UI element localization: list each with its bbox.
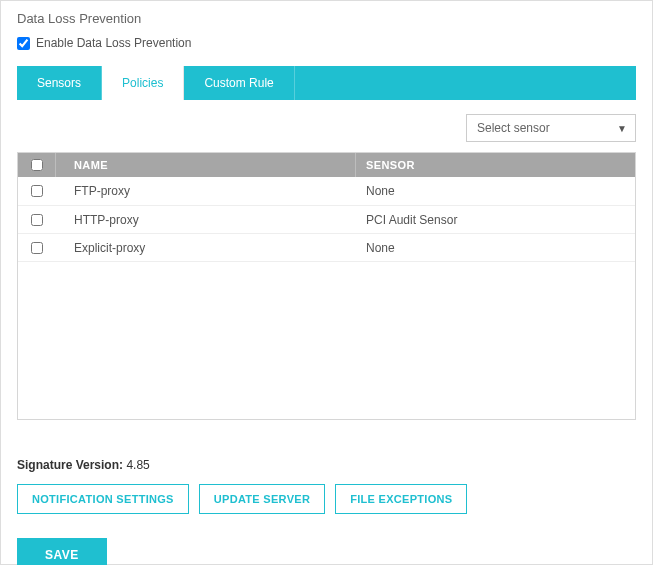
- select-all-checkbox[interactable]: [31, 159, 43, 171]
- table-row[interactable]: FTP-proxy None: [18, 177, 635, 205]
- header-checkbox-cell: [18, 153, 56, 177]
- table-empty-space: [18, 261, 635, 419]
- enable-dlp-label: Enable Data Loss Prevention: [36, 36, 191, 50]
- row-name: Explicit-proxy: [56, 241, 356, 255]
- page-title: Data Loss Prevention: [17, 11, 636, 26]
- header-sensor[interactable]: SENSOR: [356, 153, 635, 177]
- row-checkbox-cell: [18, 185, 56, 197]
- save-row: SAVE: [17, 538, 636, 565]
- table-row[interactable]: Explicit-proxy None: [18, 233, 635, 261]
- chevron-down-icon: ▼: [617, 123, 627, 134]
- save-button[interactable]: SAVE: [17, 538, 107, 565]
- row-name: FTP-proxy: [56, 184, 356, 198]
- row-checkbox[interactable]: [31, 185, 43, 197]
- row-checkbox[interactable]: [31, 242, 43, 254]
- file-exceptions-button[interactable]: FILE EXCEPTIONS: [335, 484, 467, 514]
- table-body: FTP-proxy None HTTP-proxy PCI Audit Sens…: [18, 177, 635, 419]
- row-sensor: None: [356, 241, 635, 255]
- enable-dlp-row: Enable Data Loss Prevention: [17, 36, 636, 50]
- signature-value: 4.85: [126, 458, 149, 472]
- header-name[interactable]: NAME: [56, 153, 356, 177]
- sensor-select[interactable]: Select sensor ▼: [466, 114, 636, 142]
- action-buttons-row: NOTIFICATION SETTINGS UPDATE SERVER FILE…: [17, 484, 636, 514]
- row-checkbox-cell: [18, 242, 56, 254]
- policy-table: NAME SENSOR FTP-proxy None HTTP-proxy PC…: [17, 152, 636, 420]
- signature-label: Signature Version:: [17, 458, 123, 472]
- notification-settings-button[interactable]: NOTIFICATION SETTINGS: [17, 484, 189, 514]
- update-server-button[interactable]: UPDATE SERVER: [199, 484, 325, 514]
- row-checkbox[interactable]: [31, 214, 43, 226]
- row-sensor: None: [356, 184, 635, 198]
- table-header: NAME SENSOR: [18, 153, 635, 177]
- tab-bar: Sensors Policies Custom Rule: [17, 66, 636, 100]
- row-name: HTTP-proxy: [56, 213, 356, 227]
- dlp-page: Data Loss Prevention Enable Data Loss Pr…: [0, 0, 653, 565]
- row-checkbox-cell: [18, 214, 56, 226]
- tab-sensors[interactable]: Sensors: [17, 66, 102, 100]
- enable-dlp-checkbox[interactable]: [17, 37, 30, 50]
- sensor-select-row: Select sensor ▼: [17, 114, 636, 142]
- tab-custom-rule[interactable]: Custom Rule: [184, 66, 294, 100]
- table-row[interactable]: HTTP-proxy PCI Audit Sensor: [18, 205, 635, 233]
- signature-version-row: Signature Version: 4.85: [17, 458, 636, 472]
- tab-policies[interactable]: Policies: [102, 66, 184, 100]
- row-sensor: PCI Audit Sensor: [356, 213, 635, 227]
- sensor-select-placeholder: Select sensor: [477, 121, 550, 135]
